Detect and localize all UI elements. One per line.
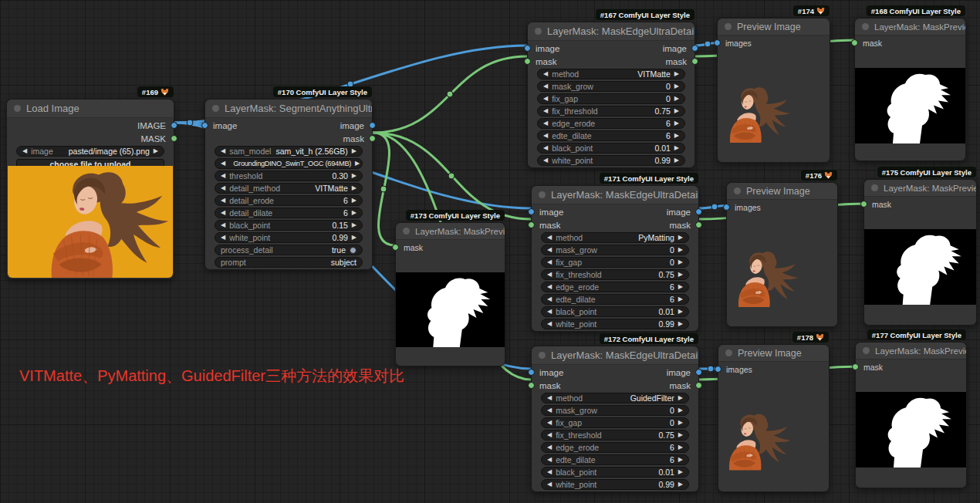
widget-method[interactable]: ◀ method VITMatte ▶ xyxy=(537,69,685,79)
input-slot-image[interactable] xyxy=(201,122,208,129)
prev-arrow-icon[interactable]: ◀ xyxy=(547,272,552,278)
prev-arrow-icon[interactable]: ◀ xyxy=(22,148,27,154)
collapse-dot[interactable] xyxy=(539,191,546,198)
widget-edge-erode[interactable]: ◀ edge_erode 6 ▶ xyxy=(541,442,689,453)
prev-arrow-icon[interactable]: ◀ xyxy=(547,407,552,414)
prev-arrow-icon[interactable]: ◀ xyxy=(547,444,552,451)
next-arrow-icon[interactable]: ▶ xyxy=(674,120,679,127)
widget-fix-gap[interactable]: ◀ fix_gap 0 ▶ xyxy=(537,93,685,104)
output-slot-mask[interactable] xyxy=(691,58,698,65)
prev-arrow-icon[interactable]: ◀ xyxy=(221,185,225,191)
collapse-dot[interactable] xyxy=(212,105,219,112)
prev-arrow-icon[interactable]: ◀ xyxy=(547,481,552,488)
input-slot-mask[interactable] xyxy=(392,244,399,251)
next-arrow-icon[interactable]: ▶ xyxy=(678,469,683,475)
widget-black-point[interactable]: ◀ black_point 0.01 ▶ xyxy=(541,467,689,478)
widget-edte-dilate[interactable]: ◀ edte_dilate 6 ▶ xyxy=(537,130,685,141)
widget-fix-gap[interactable]: ◀ fix_gap 0 ▶ xyxy=(541,257,689,268)
prev-arrow-icon[interactable]: ◀ xyxy=(547,457,552,463)
widget-mask-grow[interactable]: ◀ mask_grow 0 ▶ xyxy=(541,405,689,416)
collapse-dot[interactable] xyxy=(725,23,732,30)
input-slot-mask[interactable] xyxy=(860,201,867,208)
collapse-dot[interactable] xyxy=(734,187,741,194)
output-slot-image[interactable] xyxy=(171,122,177,129)
widget-edte-dilate[interactable]: ◀ edte_dilate 6 ▶ xyxy=(541,454,689,465)
prev-arrow-icon[interactable]: ◀ xyxy=(221,210,225,216)
input-slot-mask[interactable] xyxy=(528,221,535,228)
output-slot-mask[interactable] xyxy=(695,221,702,228)
collapse-dot[interactable] xyxy=(403,228,410,235)
input-slot-mask[interactable] xyxy=(528,382,535,389)
prev-arrow-icon[interactable]: ◀ xyxy=(543,108,548,114)
next-arrow-icon[interactable]: ▶ xyxy=(678,247,683,253)
next-arrow-icon[interactable]: ▶ xyxy=(352,173,357,179)
prev-arrow-icon[interactable]: ◀ xyxy=(221,160,225,167)
input-slot-image[interactable] xyxy=(528,369,535,376)
next-arrow-icon[interactable]: ▶ xyxy=(678,432,683,438)
next-arrow-icon[interactable]: ▶ xyxy=(352,210,357,216)
prev-arrow-icon[interactable]: ◀ xyxy=(543,120,548,127)
input-slot-images[interactable] xyxy=(714,39,721,46)
input-slot-images[interactable] xyxy=(715,366,721,373)
widget-detail-method[interactable]: ◀ detail_method VITMatte ▶ xyxy=(215,183,363,194)
input-slot-image[interactable] xyxy=(528,208,535,215)
next-arrow-icon[interactable]: ▶ xyxy=(154,148,158,154)
node-title-bar[interactable]: LayerMask: MaskEdgeUltraDetail V2 xyxy=(528,22,694,41)
prev-arrow-icon[interactable]: ◀ xyxy=(543,145,548,151)
next-arrow-icon[interactable]: ▶ xyxy=(678,272,683,278)
prev-arrow-icon[interactable]: ◀ xyxy=(547,432,552,438)
widget-detail-dilate[interactable]: ◀ detail_dilate 6 ▶ xyxy=(215,208,363,218)
prev-arrow-icon[interactable]: ◀ xyxy=(221,148,225,154)
node-maskpreview-173[interactable]: #173 ComfyUI Layer Style LayerMask: Mask… xyxy=(395,222,505,366)
input-slot-images[interactable] xyxy=(723,204,730,211)
collapse-dot[interactable] xyxy=(725,349,732,356)
next-arrow-icon[interactable]: ▶ xyxy=(678,481,683,488)
output-slot-image[interactable] xyxy=(691,45,698,52)
prev-arrow-icon[interactable]: ◀ xyxy=(547,395,552,401)
node-segmentanythingultra-170[interactable]: #170 ComfyUI Layer Style LayerMask: Segm… xyxy=(204,99,373,270)
prev-arrow-icon[interactable]: ◀ xyxy=(543,133,548,139)
toggle-knob-icon[interactable] xyxy=(350,247,357,254)
next-arrow-icon[interactable]: ▶ xyxy=(678,296,683,302)
widget-black-point[interactable]: ◀ black_point 0.01 ▶ xyxy=(541,306,689,317)
prev-arrow-icon[interactable]: ◀ xyxy=(547,247,552,253)
node-title-bar[interactable]: Load Image xyxy=(7,100,174,118)
widget-fix-gap[interactable]: ◀ fix_gap 0 ▶ xyxy=(541,417,689,428)
widget-method[interactable]: ◀ method PyMatting ▶ xyxy=(541,232,689,243)
widget-edge-erode[interactable]: ◀ edge_erode 6 ▶ xyxy=(541,282,689,292)
next-arrow-icon[interactable]: ▶ xyxy=(678,395,683,401)
next-arrow-icon[interactable]: ▶ xyxy=(674,96,679,102)
next-arrow-icon[interactable]: ▶ xyxy=(678,259,683,265)
widget-threshold[interactable]: ◀ threshold 0.30 ▶ xyxy=(215,170,363,181)
widget-fix-threshold[interactable]: ◀ fix_threshold 0.75 ▶ xyxy=(537,106,685,116)
prev-arrow-icon[interactable]: ◀ xyxy=(547,296,552,302)
next-arrow-icon[interactable]: ▶ xyxy=(674,83,679,89)
next-arrow-icon[interactable]: ▶ xyxy=(674,71,679,77)
next-arrow-icon[interactable]: ▶ xyxy=(674,108,679,114)
widget-black-point[interactable]: ◀ black_point 0.15 ▶ xyxy=(215,220,363,231)
widget-white-point[interactable]: ◀ white_point 0.99 ▶ xyxy=(541,479,689,490)
prev-arrow-icon[interactable]: ◀ xyxy=(221,173,225,179)
input-slot-mask[interactable] xyxy=(851,39,858,46)
next-arrow-icon[interactable]: ▶ xyxy=(352,222,357,228)
comfyui-node-graph-canvas[interactable]: #169 Load Image IMAGE MASK ◀ image paste… xyxy=(0,0,980,503)
collapse-dot[interactable] xyxy=(539,352,546,359)
prev-arrow-icon[interactable]: ◀ xyxy=(547,259,552,265)
widget-black-point[interactable]: ◀ black_point 0.01 ▶ xyxy=(537,143,685,154)
widget-edge-erode[interactable]: ◀ edge_erode 6 ▶ xyxy=(537,118,685,129)
widget-edte-dilate[interactable]: ◀ edte_dilate 6 ▶ xyxy=(541,294,689,305)
prev-arrow-icon[interactable]: ◀ xyxy=(543,96,548,102)
prev-arrow-icon[interactable]: ◀ xyxy=(547,469,552,475)
widget-process-detail-toggle[interactable]: process_detail true xyxy=(215,245,363,255)
node-title-bar[interactable]: Preview Image xyxy=(718,345,829,362)
output-slot-image[interactable] xyxy=(695,208,702,215)
widget-mask-grow[interactable]: ◀ mask_grow 0 ▶ xyxy=(537,81,685,92)
next-arrow-icon[interactable]: ▶ xyxy=(678,420,683,426)
prev-arrow-icon[interactable]: ◀ xyxy=(547,235,552,241)
node-title-bar[interactable]: LayerMask: MaskEdgeUltraDetail V2 xyxy=(532,346,698,365)
collapse-dot[interactable] xyxy=(863,347,870,354)
node-maskedgeultradetail-172[interactable]: #172 ComfyUI Layer Style LayerMask: Mask… xyxy=(531,346,699,492)
collapse-dot[interactable] xyxy=(535,28,542,35)
collapse-dot[interactable] xyxy=(862,23,869,30)
prev-arrow-icon[interactable]: ◀ xyxy=(221,197,225,204)
